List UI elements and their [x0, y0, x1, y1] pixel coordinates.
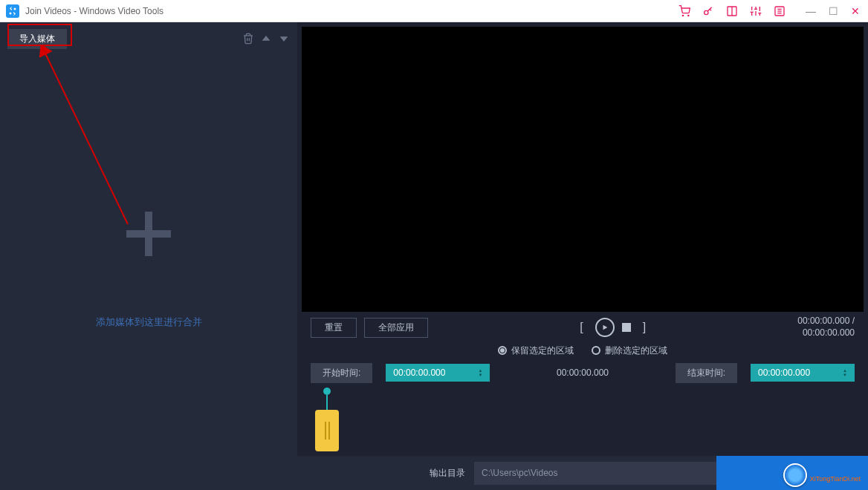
- window-controls: — ☐ ✕: [804, 4, 862, 18]
- apply-all-button[interactable]: 全部应用: [364, 318, 428, 338]
- svg-point-3: [688, 15, 689, 16]
- window-title: Join Videos - Windows Video Tools: [25, 6, 163, 16]
- start-time-input[interactable]: 00:00:00.000 ▲▼: [386, 364, 490, 382]
- svg-marker-20: [262, 36, 271, 41]
- output-dir-label: 输出目录: [430, 467, 465, 480]
- cart-icon[interactable]: [678, 4, 691, 18]
- trash-icon[interactable]: [242, 33, 254, 45]
- watermark-text: 系统天地 XiTongTianDi.net: [810, 467, 861, 483]
- plus-icon: [126, 212, 171, 256]
- move-up-icon[interactable]: [260, 33, 272, 45]
- start-time-value: 00:00:00.000: [393, 368, 445, 378]
- keep-region-label: 保留选定的区域: [511, 344, 574, 357]
- reset-button[interactable]: 重置: [311, 318, 357, 338]
- output-path-input[interactable]: C:\Users\pc\Videos: [474, 462, 757, 485]
- output-path-text: C:\Users\pc\Videos: [482, 468, 558, 478]
- playback-controls-row: 重置 全部应用 [ ] 00:00:00.000 / 00:00:00.000: [297, 315, 868, 340]
- media-panel: 导入媒体 添加媒体到这里进行合并: [0, 22, 297, 490]
- start-time-label: 开始时间:: [311, 363, 372, 383]
- end-time-input[interactable]: 00:00:00.000 ▲▼: [751, 364, 855, 382]
- current-time-text: 00:00:00.000 /: [797, 316, 855, 327]
- svg-point-4: [705, 10, 708, 14]
- output-bar: 输出目录 C:\Users\pc\Videos 打开 合: [297, 456, 868, 490]
- menu-icon[interactable]: [773, 4, 786, 18]
- titlebar: Join Videos - Windows Video Tools — ☐ ✕: [0, 0, 868, 22]
- titlebar-actions: — ☐ ✕: [678, 4, 862, 18]
- move-down-icon[interactable]: [278, 33, 290, 45]
- import-media-button[interactable]: 导入媒体: [7, 29, 67, 49]
- close-button[interactable]: ✕: [849, 4, 862, 18]
- main-content: 导入媒体 添加媒体到这里进行合并 重置 全部应用 [ ] 00:00:00.: [0, 22, 868, 490]
- layout-icon[interactable]: [725, 4, 739, 18]
- delete-region-label: 删除选定的区域: [605, 344, 667, 357]
- time-inputs-row: 开始时间: 00:00:00.000 ▲▼ 00:00:00.000 结束时间:…: [297, 361, 868, 385]
- watermark: 系统天地 XiTongTianDi.net: [783, 463, 861, 487]
- media-toolbar: 导入媒体: [0, 27, 297, 50]
- spinner-icon[interactable]: ▲▼: [843, 369, 847, 377]
- settings-sliders-icon[interactable]: [749, 4, 762, 18]
- drop-hint-text: 添加媒体到这里进行合并: [96, 316, 202, 329]
- app-icon: [6, 4, 19, 18]
- svg-point-0: [10, 12, 12, 14]
- mark-in-icon[interactable]: [: [575, 321, 587, 334]
- watermark-line2: XiTongTianDi.net: [810, 476, 861, 483]
- minimize-button[interactable]: —: [804, 4, 817, 18]
- radio-icon: [592, 346, 600, 355]
- svg-marker-22: [603, 325, 607, 330]
- time-display: 00:00:00.000 / 00:00:00.000: [797, 316, 855, 339]
- playback-controls: [ ]: [575, 318, 650, 337]
- video-preview[interactable]: [302, 27, 864, 312]
- region-options: 保留选定的区域 删除选定的区域: [297, 340, 868, 361]
- media-tool-icons: [242, 33, 290, 45]
- svg-point-1: [14, 7, 16, 10]
- playhead[interactable]: [315, 388, 339, 451]
- end-time-value: 00:00:00.000: [758, 368, 810, 378]
- clip-handle[interactable]: [315, 410, 339, 451]
- play-button[interactable]: [595, 318, 615, 337]
- keep-region-radio[interactable]: 保留选定的区域: [498, 344, 574, 357]
- watermark-badge-icon: [783, 463, 807, 487]
- radio-selected-icon: [498, 346, 507, 355]
- center-time-display: 00:00:00.000: [503, 368, 661, 378]
- total-time-text: 00:00:00.000: [797, 327, 855, 339]
- svg-marker-21: [280, 36, 288, 42]
- editor-panel: 重置 全部应用 [ ] 00:00:00.000 / 00:00:00.000 …: [297, 22, 868, 490]
- mark-out-icon[interactable]: ]: [638, 321, 650, 334]
- timeline[interactable]: [302, 388, 864, 456]
- svg-point-2: [682, 15, 683, 16]
- media-drop-zone[interactable]: 添加媒体到这里进行合并: [0, 50, 297, 490]
- key-icon[interactable]: [702, 4, 715, 18]
- end-time-label: 结束时间:: [676, 363, 737, 383]
- maximize-button[interactable]: ☐: [826, 4, 840, 18]
- delete-region-radio[interactable]: 删除选定的区域: [592, 344, 667, 357]
- stop-button[interactable]: [622, 323, 631, 332]
- spinner-icon[interactable]: ▲▼: [478, 369, 482, 377]
